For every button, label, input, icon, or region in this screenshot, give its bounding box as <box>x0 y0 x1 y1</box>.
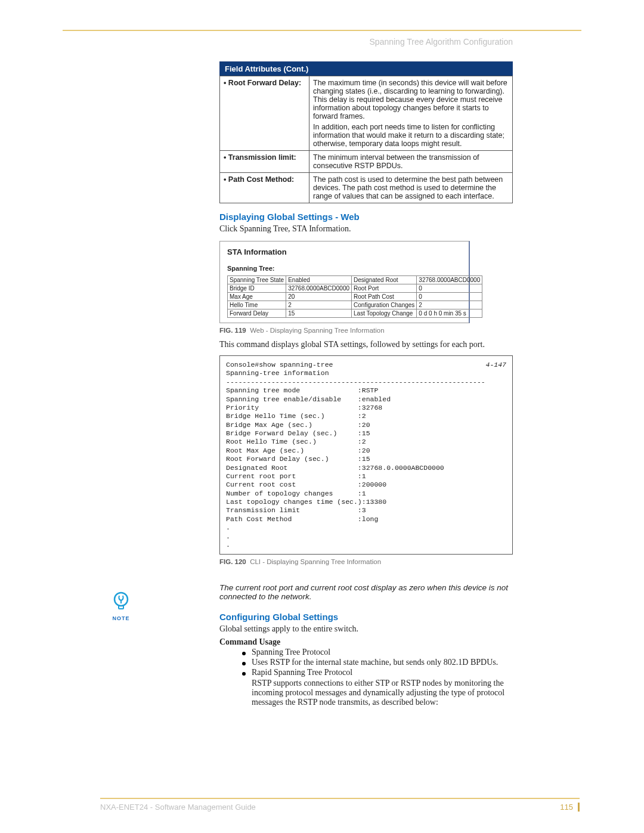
command-usage-heading: Command Usage <box>219 637 513 647</box>
section-heading-displaying: Displaying Global Settings - Web <box>219 212 513 222</box>
attr-desc-extra: In addition, each port needs time to lis… <box>313 123 509 148</box>
footer-left: NXA-ENET24 - Software Management Guide <box>100 803 256 812</box>
page-footer: NXA-ENET24 - Software Management Guide 1… <box>100 798 580 812</box>
rstp-paragraph: RSTP supports connections to either STP … <box>252 679 513 707</box>
section2-intro: Global settings apply to the entire swit… <box>219 624 513 634</box>
table-row: Forward Delay15Last Topology Change0 d 0… <box>228 309 482 318</box>
list-item: Rapid Spanning Tree Protocol <box>242 668 513 677</box>
note-icon: NOTE <box>109 592 133 621</box>
attr-label: Transmission limit: <box>224 153 296 162</box>
table-row: Hello Time2Configuration Changes2 <box>228 301 482 309</box>
sta-title: STA Information <box>227 247 462 256</box>
attr-desc: The minimum interval between the transmi… <box>309 151 513 173</box>
table-row: Path Cost Method: The path cost is used … <box>220 173 513 203</box>
note-text: The current root port and current root c… <box>219 583 513 601</box>
table-row: Root Forward Delay: The maximum time (in… <box>220 76 513 151</box>
page-header: Spanning Tree Algorithm Configuration <box>163 37 513 47</box>
attr-label: Root Forward Delay: <box>224 79 301 87</box>
cli-ref: 4-147 <box>485 361 506 369</box>
section-heading-configuring: Configuring Global Settings <box>219 612 513 622</box>
sta-information-panel: STA Information Spanning Tree: Spanning … <box>219 241 470 323</box>
figure-caption-120: FIG. 120 CLI - Displaying Spanning Tree … <box>219 558 513 565</box>
list-item: Spanning Tree Protocol <box>242 648 513 657</box>
svg-point-0 <box>114 593 128 606</box>
para-after-fig119: This command displays global STA setting… <box>219 340 513 349</box>
section1-intro: Click Spanning Tree, STA Information. <box>219 224 513 234</box>
table-row: Bridge ID32768.0000ABCD0000Root Port0 <box>228 284 482 293</box>
command-usage-list: Spanning Tree Protocol Uses RSTP for the… <box>219 648 513 677</box>
sta-table: Spanning Tree StateEnabledDesignated Roo… <box>227 275 482 318</box>
attr-desc: The path cost is used to determine the b… <box>309 173 513 203</box>
sta-subhead: Spanning Tree: <box>227 265 462 272</box>
table-header: Field Attributes (Cont.) <box>220 62 513 76</box>
field-attributes-table: Field Attributes (Cont.) Root Forward De… <box>219 61 513 203</box>
table-row: Spanning Tree StateEnabledDesignated Roo… <box>228 276 482 284</box>
table-row: Max Age20Root Path Cost0 <box>228 293 482 301</box>
page-number: 115 <box>560 803 580 812</box>
attr-desc: The maximum time (in seconds) this devic… <box>313 79 509 120</box>
note-label: NOTE <box>109 615 133 621</box>
table-row: Transmission limit: The minimum interval… <box>220 151 513 173</box>
list-item: Uses RSTP for the internal state machine… <box>242 658 513 667</box>
svg-rect-2 <box>119 606 123 609</box>
figure-caption-119: FIG. 119 Web - Displaying Spanning Tree … <box>219 327 513 334</box>
cli-output-box: Console#show spanning-tree4-147 Spanning… <box>219 355 513 555</box>
attr-label: Path Cost Method: <box>224 175 294 184</box>
